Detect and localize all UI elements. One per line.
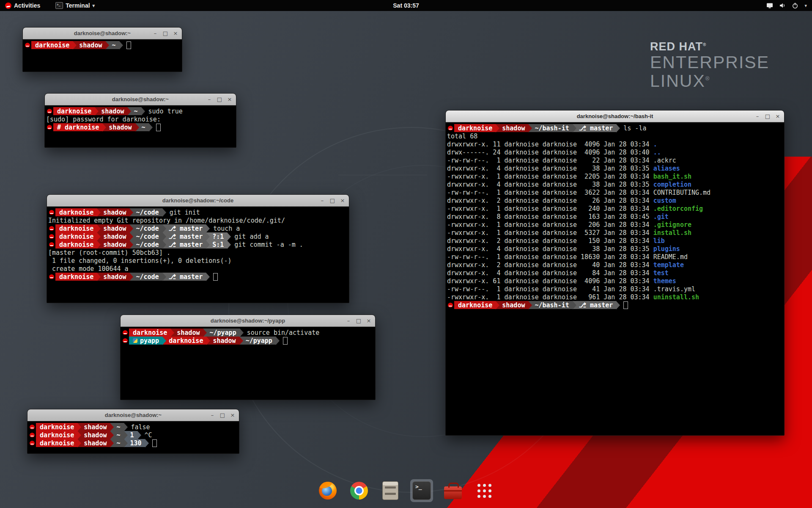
output-text: 1 file changed, 0 insertions(+), 0 delet…	[48, 257, 231, 265]
directory-name: lib	[653, 237, 665, 245]
terminal-line: drwxrwxr-x. 61 darknoise darknoise 4096 …	[447, 277, 783, 285]
terminal-line: -rwxrwxr-x. 1 darknoise darknoise 961 Ja…	[447, 293, 783, 301]
executable-name: bash_it.sh	[653, 173, 691, 180]
prompt-user-segment: darknoise	[53, 107, 95, 115]
dock-item-app-grid[interactable]	[473, 479, 496, 502]
directory-name: ..	[653, 149, 661, 156]
prompt-user-segment: darknoise	[36, 423, 77, 431]
maximize-button[interactable]: □	[329, 198, 335, 203]
prompt-user-segment: darknoise	[454, 124, 496, 132]
terminal-line: -rwxrwxr-x. 1 darknoise darknoise 5327 J…	[447, 229, 783, 237]
dock-item-files[interactable]	[379, 479, 402, 502]
terminal-body[interactable]: darknoiseshadow~/pyappsource bin/activat…	[121, 327, 375, 400]
dock-item-terminal[interactable]	[410, 479, 433, 502]
minimize-button[interactable]: –	[754, 113, 760, 119]
command-text: git init	[162, 209, 200, 216]
close-button[interactable]: ×	[227, 97, 233, 102]
minimize-button[interactable]: –	[346, 318, 351, 323]
redhat-prompt-icon	[47, 125, 52, 130]
chevron-down-icon: ▾	[804, 3, 807, 8]
redhat-prompt-icon	[49, 274, 54, 279]
terminal-cursor	[126, 41, 131, 49]
prompt-user-segment: darknoise	[55, 232, 97, 240]
clock[interactable]: Sat 03:57	[393, 2, 419, 9]
output-text: -rwxrwxr-x. 1 darknoise darknoise 240 Ja…	[447, 205, 653, 213]
minimize-button[interactable]: –	[319, 198, 325, 203]
minimize-button[interactable]: –	[209, 412, 215, 418]
activities-button[interactable]: Activities	[3, 0, 42, 11]
window-controls: – □ ×	[209, 409, 236, 421]
terminal-cursor	[152, 439, 157, 447]
command-text: sudo true	[141, 108, 183, 115]
chevron-down-icon: ▾	[93, 3, 95, 8]
window-title: darknoise@shadow:~/code	[162, 197, 233, 204]
terminal-window: darknoise@shadow:~ – □ × darknoiseshadow…	[27, 409, 239, 454]
output-text: -rwxrwxr-x. 1 darknoise darknoise 2205 J…	[447, 173, 653, 180]
prompt-host-segment: shadow	[102, 123, 135, 131]
output-text: drwxrwxr-x. 4 darknoise darknoise 38 Jan…	[447, 165, 653, 172]
close-button[interactable]: ×	[340, 198, 346, 203]
executable-name: install.sh	[653, 229, 691, 237]
close-button[interactable]: ×	[173, 30, 178, 36]
directory-name: aliases	[653, 165, 680, 172]
prompt-user-segment: # darknoise	[53, 123, 102, 131]
window-controls: – □ ×	[346, 315, 372, 326]
prompt-host-segment: shadow	[97, 232, 129, 240]
terminal-body[interactable]: darknoiseshadow~sudo true[sudo] password…	[45, 105, 236, 147]
command-text: git commit -a -m .	[227, 241, 303, 248]
terminal-line: drwxrwxr-x. 4 darknoise darknoise 38 Jan…	[447, 164, 783, 172]
window-titlebar[interactable]: darknoise@shadow:~/code – □ ×	[47, 195, 349, 207]
terminal-line: darknoiseshadow~/code⎇ master?:1git add …	[48, 232, 348, 240]
terminal-body[interactable]: darknoiseshadow~	[23, 39, 182, 72]
minimize-button[interactable]: –	[206, 97, 212, 102]
prompt-host-segment: shadow	[97, 224, 129, 232]
window-titlebar[interactable]: darknoise@shadow:~ – □ ×	[45, 94, 236, 105]
output-text: -rw-rw-r--. 1 darknoise darknoise 3622 J…	[447, 189, 710, 196]
terminal-body[interactable]: darknoiseshadow~/codegit initInitialized…	[47, 207, 349, 303]
terminal-line: pyappdarknoiseshadow~/pyapp	[122, 337, 374, 345]
maximize-button[interactable]: □	[356, 318, 362, 323]
power-icon	[792, 2, 798, 9]
terminal-body[interactable]: darknoiseshadow~/bash-it⎇ masterls -lato…	[446, 122, 784, 435]
prompt-host-segment: shadow	[496, 124, 528, 132]
maximize-button[interactable]: □	[217, 97, 222, 102]
window-titlebar[interactable]: darknoise@shadow:~ – □ ×	[27, 409, 239, 421]
redhat-prompt-icon	[47, 109, 52, 113]
window-titlebar[interactable]: darknoise@shadow:~ – □ ×	[23, 28, 182, 39]
prompt-path-segment: ~/pyapp	[239, 337, 276, 345]
redhat-prompt-icon	[49, 226, 54, 231]
terminal-line: darknoiseshadow~/code⎇ master	[48, 273, 348, 281]
window-controls: – □ ×	[152, 28, 178, 39]
toolbox-icon	[444, 486, 462, 499]
window-titlebar[interactable]: darknoise@shadow:~/bash-it – □ ×	[446, 110, 784, 122]
directory-name: themes	[653, 277, 676, 285]
maximize-button[interactable]: □	[162, 30, 168, 36]
redhat-prompt-icon	[448, 126, 453, 130]
close-button[interactable]: ×	[230, 412, 236, 418]
close-button[interactable]: ×	[775, 113, 781, 119]
prompt-host-segment: shadow	[97, 273, 129, 281]
terminal-body[interactable]: darknoiseshadow~falsedarknoiseshadow~1^C…	[27, 421, 239, 453]
command-text: false	[124, 423, 150, 431]
window-titlebar[interactable]: darknoise@shadow:~/pyapp – □ ×	[121, 315, 375, 327]
output-text: drwxrwxr-x. 2 darknoise darknoise 150 Ja…	[447, 237, 653, 245]
minimize-button[interactable]: –	[152, 30, 158, 36]
maximize-button[interactable]: □	[765, 113, 771, 119]
directory-name: completion	[653, 181, 691, 188]
output-text: drwxrwxr-x. 4 darknoise darknoise 38 Jan…	[447, 245, 653, 253]
prompt-user-segment: darknoise	[55, 224, 97, 232]
prompt-user-segment: darknoise	[36, 431, 77, 439]
redhat-brand-wordmark: RED HAT® ENTERPRISE LINUX®	[650, 41, 769, 91]
dock-item-chrome[interactable]	[348, 479, 370, 502]
dock-item-firefox[interactable]	[316, 479, 339, 502]
terminal-line: create mode 100644 a	[48, 265, 348, 273]
terminal-cursor	[156, 124, 161, 131]
maximize-button[interactable]: □	[219, 412, 225, 418]
output-text: drwxrwxr-x. 11 darknoise darknoise 4096 …	[447, 141, 653, 148]
output-text: drwxrwxr-x. 2 darknoise darknoise 26 Jan…	[447, 197, 653, 204]
dock-item-toolbox[interactable]	[442, 479, 464, 502]
close-button[interactable]: ×	[366, 318, 372, 323]
app-menu-terminal[interactable]: Terminal ▾	[54, 0, 96, 11]
output-text: -rw-rw-r--. 1 darknoise darknoise 22 Jan…	[447, 157, 676, 164]
system-status-area[interactable]: ▾	[766, 2, 812, 9]
